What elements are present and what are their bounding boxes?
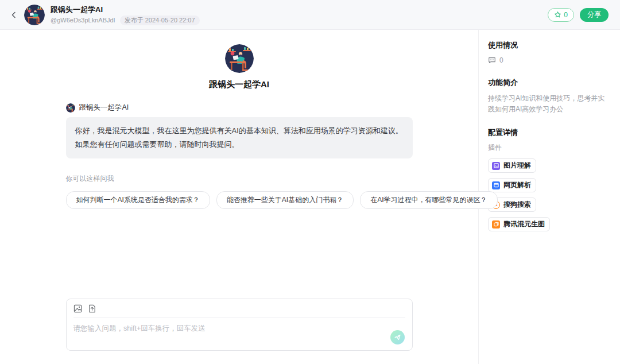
page-title: 跟锅头一起学AI	[51, 5, 200, 14]
image-understanding-icon	[492, 162, 500, 170]
bot-avatar	[24, 5, 45, 25]
bot-handle: @gW6eDs3pLknABJdI	[51, 17, 115, 24]
bot-message-name: 跟锅头一起学AI	[79, 103, 129, 113]
usage-title: 使用情况	[488, 40, 611, 51]
webpage-parse-icon	[492, 181, 500, 189]
intro-text: 持续学习AI知识和使用技巧，思考并实践如何用AI高效学习办公	[488, 93, 611, 115]
intro-title: 功能简介	[488, 78, 611, 88]
plugin-list: 图片理解 网页解析 S 搜狗搜索 腾讯混元生图	[488, 158, 611, 231]
send-icon	[394, 334, 401, 341]
comment-icon	[488, 56, 496, 64]
publish-date-badge: 发布于 2024-05-20 22:07	[120, 16, 200, 25]
star-icon	[554, 11, 561, 18]
usage-count: 0	[499, 56, 503, 64]
suggestion-list: 如何判断一个AI系统是否适合我的需求？ 能否推荐一些关于AI基础的入门书籍？ 在…	[66, 191, 413, 209]
chat-main: 跟锅头一起学AI 跟锅头一起学AI 你好，我是混元大模型，我在这里为您提供有关A…	[0, 30, 478, 364]
send-button[interactable]	[390, 330, 405, 344]
bot-avatar-large	[225, 44, 254, 73]
plugins-label: 插件	[488, 143, 611, 153]
info-sidebar: 使用情况 0 功能简介 持续学习AI知识和使用技巧，思考并实践如何用AI高效学习…	[478, 30, 620, 364]
plugin-chip-webpage-parse[interactable]: 网页解析	[488, 178, 536, 192]
message-composer	[66, 299, 413, 351]
suggestion-pill[interactable]: 在AI学习过程中，有哪些常见的误区？	[360, 191, 497, 209]
back-icon[interactable]	[7, 8, 21, 22]
upload-image-icon[interactable]	[73, 304, 82, 313]
suggestions-label: 你可以这样问我	[66, 174, 413, 184]
bot-greeting-bubble: 你好，我是混元大模型，我在这里为您提供有关AI的基本知识、算法和应用场景的学习资…	[66, 117, 413, 158]
favorite-count: 0	[564, 11, 568, 19]
header: 跟锅头一起学AI @gW6eDs3pLknABJdI 发布于 2024-05-2…	[0, 0, 620, 30]
hunyuan-image-icon	[492, 220, 500, 229]
plugin-chip-image-understanding[interactable]: 图片理解	[488, 158, 536, 173]
bot-avatar-small	[66, 103, 75, 113]
upload-file-icon[interactable]	[88, 304, 96, 313]
config-title: 配置详情	[488, 127, 611, 138]
message-input[interactable]	[73, 318, 405, 338]
suggestion-pill[interactable]: 如何判断一个AI系统是否适合我的需求？	[66, 191, 210, 209]
bot-message: 跟锅头一起学AI 你好，我是混元大模型，我在这里为您提供有关AI的基本知识、算法…	[66, 103, 413, 158]
favorite-button[interactable]: 0	[548, 8, 574, 22]
suggestion-pill[interactable]: 能否推荐一些关于AI基础的入门书籍？	[216, 191, 354, 209]
share-button[interactable]: 分享	[580, 8, 609, 22]
bot-title: 跟锅头一起学AI	[66, 79, 413, 90]
plugin-chip-hunyuan-image[interactable]: 腾讯混元生图	[488, 217, 550, 231]
